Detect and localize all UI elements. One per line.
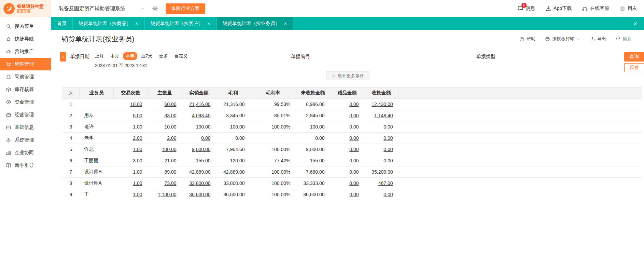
tab-report-by-product[interactable]: 销货单统计表（按商品） [73,17,145,30]
drilldown-link[interactable]: 10.00 [130,102,142,107]
drilldown-link[interactable]: 100.00 [196,124,211,130]
drilldown-link[interactable]: 0.00 [349,180,359,186]
drilldown-link[interactable]: 2.00 [167,135,176,141]
sidebar-item-sales[interactable]: 销售管理 [0,58,51,70]
drilldown-link[interactable]: 0.00 [349,113,359,118]
drilldown-link[interactable]: 0.00 [349,169,359,175]
drilldown-link[interactable]: 0.00 [349,124,359,130]
sidebar-item-purchase[interactable]: 采购管理 [0,70,51,83]
drilldown-link[interactable]: 0.00 [349,102,359,107]
building-icon [6,150,11,156]
sidebar-item-quick-nav[interactable]: 快捷导航 [0,32,51,45]
sidebar-item-base-info[interactable]: 基础信息 [0,121,51,134]
search-button[interactable]: 查询 [624,52,644,62]
column-header[interactable]: 主数量 [148,87,182,99]
tab-close-icon[interactable] [135,22,139,26]
column-header[interactable]: 毛利率 [250,87,296,99]
column-settings-cell[interactable] [62,87,80,99]
expand-more-conditions-button[interactable]: 展开更多条件 [326,71,369,80]
column-header[interactable]: 业务员 [80,87,114,99]
drilldown-link[interactable]: 10.00 [164,124,176,130]
date-quick-custom[interactable]: 自定义 [171,52,190,60]
drilldown-link[interactable]: 89.00 [164,169,176,175]
sidebar-item-funds[interactable]: 资金管理 [0,96,51,108]
drilldown-link[interactable]: 36,600.00 [189,192,210,197]
tab-close-icon[interactable] [283,22,288,26]
trial-industry-plan-button[interactable]: 体验行业方案 [166,3,205,14]
drilldown-link[interactable]: 0.00 [383,158,393,163]
doc-type-select[interactable] [500,52,629,61]
topbar-action-messages[interactable]: 6 消息 [517,5,535,12]
drilldown-link[interactable]: 6.00 [133,113,142,118]
tab-report-by-customer[interactable]: 销货单统计表（按客户） [145,17,217,30]
drilldown-link[interactable]: 1.00 [133,192,142,197]
sidebar-item-inventory[interactable]: 库存核算 [0,83,51,96]
column-header[interactable]: 未收款金额 [296,87,330,99]
collapse-panel-button[interactable] [60,52,66,62]
drilldown-link[interactable]: 0.00 [349,147,359,152]
topbar-action-app-download[interactable]: App下载 [545,5,572,12]
toolbar-export-button[interactable]: 导出 [590,36,606,42]
column-header[interactable]: 交易次数 [114,87,148,99]
sidebar-item-marketing[interactable]: 营销推广 [0,45,51,58]
sidebar-item-search-menu[interactable]: 搜索菜单 [0,20,51,32]
doc-no-input[interactable] [314,52,458,61]
date-quick-this-month[interactable]: 本月 [108,52,122,60]
sidebar-item-collaboration[interactable]: 企业协同 [0,146,51,159]
drilldown-link[interactable]: 0.00 [349,192,359,197]
drilldown-link[interactable]: 0.00 [383,192,393,197]
drilldown-link[interactable]: 21.00 [164,158,176,163]
date-range-value[interactable]: 2023-01-01 至 2023-12-31 [92,63,190,69]
drilldown-link[interactable]: 33,800.00 [189,180,210,186]
system-select[interactable]: 装备及固定资产辅助管理系统 [59,5,145,12]
drilldown-link[interactable]: 1.00 [133,169,142,175]
drilldown-link[interactable]: 1.00 [133,124,142,130]
settings-button[interactable]: 设置 [624,63,644,72]
date-quick-this-year[interactable]: 本年 [123,52,137,60]
drilldown-link[interactable]: 0.00 [349,135,359,141]
drilldown-link[interactable]: 33.00 [164,113,176,118]
column-header[interactable]: 毛利 [216,87,250,99]
settings-gear-icon[interactable] [152,5,158,12]
drilldown-link[interactable]: 9,000.00 [192,147,211,152]
tab-home[interactable]: 首页 [51,17,73,30]
drilldown-link[interactable]: 0.00 [201,135,210,141]
drilldown-link[interactable]: 0.00 [383,135,393,141]
drilldown-link[interactable]: 12,430.00 [372,102,393,107]
drilldown-link[interactable]: 21,416.00 [189,102,210,107]
sidebar-item-system[interactable]: 系统管理 [0,134,51,146]
sidebar-item-operations[interactable]: 经营管理 [0,108,51,121]
sidebar-item-guide[interactable]: 新手引导 [0,159,51,172]
date-quick-last-7-days[interactable]: 近7天 [138,52,155,60]
drilldown-link[interactable]: 0.00 [383,147,393,152]
drilldown-link[interactable]: 1.00 [133,147,142,152]
drilldown-link[interactable]: 60.00 [164,102,176,107]
close-all-tabs-button[interactable] [627,17,644,30]
drilldown-link[interactable]: 1,148.40 [374,113,393,118]
drilldown-link[interactable]: 0.00 [349,158,359,163]
column-header[interactable]: 收款金额 [364,87,398,99]
drilldown-link[interactable]: 0.00 [383,124,393,130]
toolbar-help-button[interactable]: 帮助 [519,36,535,42]
tab-close-icon[interactable] [207,22,211,26]
column-header[interactable]: 赠品金额 [330,87,364,99]
toolbar-refresh-button[interactable]: 刷新 [616,36,632,42]
drilldown-link[interactable]: 73.00 [164,180,176,186]
drilldown-link[interactable]: 155.00 [196,158,211,163]
topbar-action-user[interactable]: 用友 [619,5,637,12]
date-quick-last-month[interactable]: 上月 [92,52,107,60]
drilldown-link[interactable]: 4,093.40 [192,113,211,118]
drilldown-link[interactable]: 100.00 [162,147,177,152]
date-quick-more[interactable]: 更多 [156,52,170,60]
tab-report-by-salesperson[interactable]: 销货单统计表（按业务员） [217,17,294,30]
column-header[interactable]: 实销金额 [182,87,216,99]
drilldown-link[interactable]: 35,209.00 [372,169,393,175]
toolbar-print-by-template-button[interactable]: 按模板打印 [545,36,580,42]
drilldown-link[interactable]: 467.00 [378,180,393,186]
topbar-action-online-service[interactable]: 在线客服 [582,5,609,12]
drilldown-link[interactable]: 1,100.00 [158,192,177,197]
drilldown-link[interactable]: 1.00 [133,180,142,186]
drilldown-link[interactable]: 42,889.00 [189,169,210,175]
drilldown-link[interactable]: 3.00 [133,158,142,163]
drilldown-link[interactable]: 2.00 [133,135,142,141]
